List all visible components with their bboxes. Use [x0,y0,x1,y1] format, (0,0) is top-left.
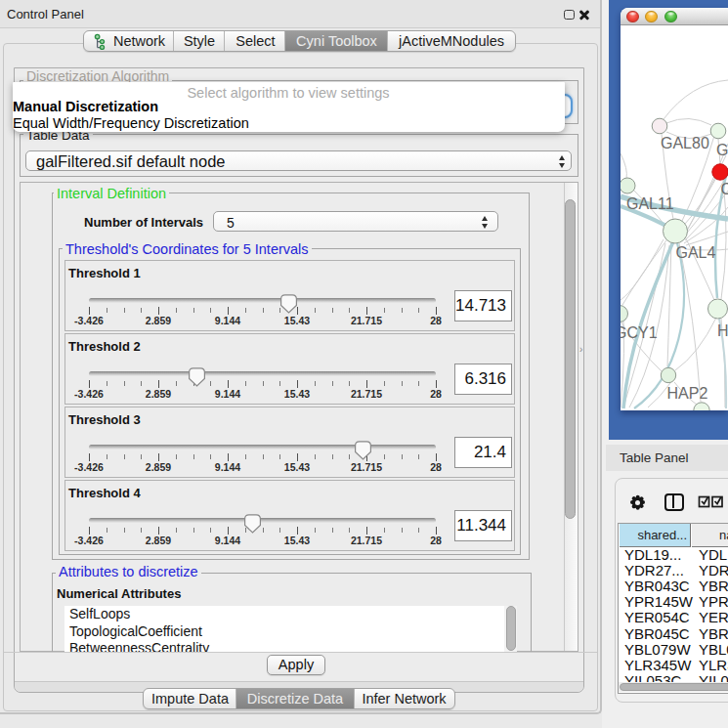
svg-text:GCY1: GCY1 [621,324,658,341]
svg-text:GAL11: GAL11 [626,195,674,212]
svg-text:GAL3: GAL3 [716,142,728,158]
svg-text:CYC: CYC [721,181,728,197]
svg-text:HIS: HIS [717,322,728,339]
svg-text:HAP2: HAP2 [667,385,708,402]
svg-text:GAL4: GAL4 [676,244,716,261]
svg-text:GAL80: GAL80 [661,135,709,151]
